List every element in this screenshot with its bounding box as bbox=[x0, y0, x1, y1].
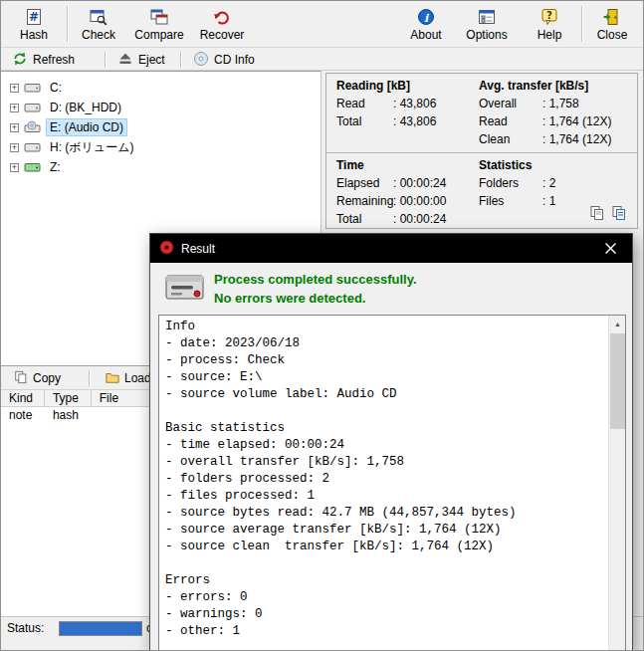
stat-label: Overall bbox=[479, 97, 542, 110]
expand-icon[interactable]: + bbox=[10, 143, 19, 152]
compare-icon bbox=[149, 7, 169, 27]
toolbar-separator bbox=[180, 52, 182, 68]
stat-label: Total bbox=[336, 212, 393, 226]
hash-button[interactable]: # Hash bbox=[9, 3, 59, 46]
column-header-type[interactable]: Type bbox=[45, 390, 92, 407]
avg-transfer-title: Avg. transfer [kB/s] bbox=[479, 79, 588, 93]
about-button[interactable]: i About bbox=[401, 3, 451, 46]
hdd-drive-icon bbox=[24, 81, 42, 95]
refresh-icon bbox=[12, 51, 28, 70]
check-icon bbox=[89, 7, 108, 27]
hdd-drive-icon bbox=[24, 101, 42, 114]
toolbar-separator bbox=[89, 370, 91, 386]
cd-info-button[interactable]: CD Info bbox=[188, 50, 260, 70]
check-button[interactable]: Check bbox=[75, 3, 122, 46]
stat-value: : 43,806 bbox=[393, 114, 436, 128]
stat-label: Clean bbox=[479, 132, 542, 146]
stat-label: Read bbox=[479, 114, 542, 128]
tree-item-label[interactable]: D: (BK_HDD) bbox=[47, 100, 124, 115]
stat-value: : 1,764 (12X) bbox=[542, 132, 611, 146]
green-drive-icon bbox=[24, 160, 42, 174]
hdd-drive-icon bbox=[24, 140, 42, 154]
stats-divider bbox=[326, 152, 637, 153]
dialog-body: Process completed successfully. No error… bbox=[150, 263, 632, 651]
result-dialog: Result Process completed successfully. N… bbox=[149, 233, 633, 651]
success-message-line1: Process completed successfully. bbox=[214, 270, 417, 289]
tree-item-label[interactable]: H: (ボリューム) bbox=[47, 138, 136, 157]
stat-label: Folders bbox=[479, 176, 542, 190]
toolbar-separator bbox=[581, 6, 583, 42]
copy-text-icon[interactable] bbox=[589, 205, 605, 221]
copy-table-icon[interactable] bbox=[611, 205, 627, 221]
dialog-titlebar[interactable]: Result bbox=[150, 234, 632, 263]
tree-item-e[interactable]: + E: (Audio CD) bbox=[1, 117, 321, 137]
tree-item-label-selected[interactable]: E: (Audio CD) bbox=[47, 119, 126, 135]
expand-icon[interactable]: + bbox=[10, 123, 19, 132]
compare-button[interactable]: Compare bbox=[130, 3, 188, 46]
drive-toolbar: Refresh Eject CD Info bbox=[1, 49, 643, 71]
copy-button[interactable]: Copy bbox=[7, 368, 68, 388]
app-icon bbox=[159, 240, 174, 258]
tree-item-d[interactable]: + D: (BK_HDD) bbox=[1, 98, 321, 117]
success-message: Process completed successfully. No error… bbox=[214, 270, 417, 308]
copy-button-label: Copy bbox=[33, 371, 61, 385]
stat-label: Total bbox=[336, 114, 393, 128]
progress-bar bbox=[59, 621, 142, 636]
check-button-label: Check bbox=[82, 28, 115, 42]
scrollbar[interactable]: ▲ bbox=[608, 316, 625, 651]
reading-title: Reading [kB] bbox=[336, 79, 410, 93]
options-icon bbox=[477, 7, 497, 27]
column-header-kind[interactable]: Kind bbox=[1, 390, 45, 407]
expand-icon[interactable]: + bbox=[10, 163, 19, 172]
copy-icon bbox=[14, 370, 28, 387]
eject-icon bbox=[117, 51, 133, 70]
dialog-title: Result bbox=[181, 242, 215, 256]
expand-icon[interactable]: + bbox=[10, 84, 19, 93]
stat-value: : 1,758 bbox=[542, 97, 579, 110]
cd-drive-logo-icon bbox=[162, 269, 208, 307]
help-icon: ? bbox=[539, 7, 559, 27]
cell-type: hash bbox=[45, 407, 92, 424]
refresh-button[interactable]: Refresh bbox=[7, 50, 80, 70]
scroll-up-icon[interactable]: ▲ bbox=[609, 316, 626, 332]
tree-item-h[interactable]: + H: (ボリューム) bbox=[1, 137, 321, 157]
options-button[interactable]: Options bbox=[459, 3, 515, 46]
cd-drive-icon bbox=[24, 120, 42, 134]
cell-kind: note bbox=[1, 407, 45, 424]
expand-icon[interactable]: + bbox=[10, 104, 19, 112]
stat-value: : 43,806 bbox=[393, 97, 436, 110]
close-button[interactable]: Close bbox=[587, 3, 637, 46]
load-button-label: Load bbox=[124, 371, 151, 385]
cd-info-button-label: CD Info bbox=[214, 53, 255, 67]
stat-value: : 00:00:24 bbox=[393, 212, 446, 226]
tree-item-label[interactable]: C: bbox=[47, 80, 65, 96]
progress-fill bbox=[60, 622, 141, 635]
report-textbox[interactable]: Info - date: 2023/06/18 - process: Check… bbox=[158, 315, 626, 651]
stat-label: Elapsed bbox=[336, 176, 393, 190]
stat-value: : 00:00:00 bbox=[393, 194, 446, 208]
folder-icon bbox=[106, 370, 119, 387]
tree-item-z[interactable]: + Z: bbox=[1, 157, 321, 177]
dialog-close-icon[interactable] bbox=[588, 234, 632, 263]
about-button-label: About bbox=[410, 28, 441, 42]
tree-item-label[interactable]: Z: bbox=[47, 159, 64, 175]
about-icon: i bbox=[416, 7, 436, 27]
time-title: Time bbox=[336, 158, 364, 172]
eject-button-label: Eject bbox=[138, 53, 165, 67]
stat-value: : 2 bbox=[542, 176, 555, 190]
recover-icon bbox=[212, 7, 232, 27]
scrollbar-thumb[interactable] bbox=[610, 333, 625, 429]
cd-icon bbox=[193, 51, 209, 70]
help-button[interactable]: ? Help bbox=[525, 3, 574, 46]
success-message-line2: No errors were detected. bbox=[214, 289, 417, 308]
stat-label: Files bbox=[479, 194, 542, 208]
eject-button[interactable]: Eject bbox=[112, 50, 170, 70]
hash-button-label: Hash bbox=[20, 28, 48, 42]
stat-label: Read bbox=[336, 97, 393, 110]
recover-button[interactable]: Recover bbox=[194, 3, 250, 46]
stat-label: Remaining bbox=[336, 194, 393, 208]
exit-door-icon bbox=[602, 7, 622, 27]
tree-item-c[interactable]: + C: bbox=[1, 78, 321, 98]
svg-text:#: # bbox=[29, 10, 39, 24]
toolbar-separator bbox=[67, 6, 69, 42]
